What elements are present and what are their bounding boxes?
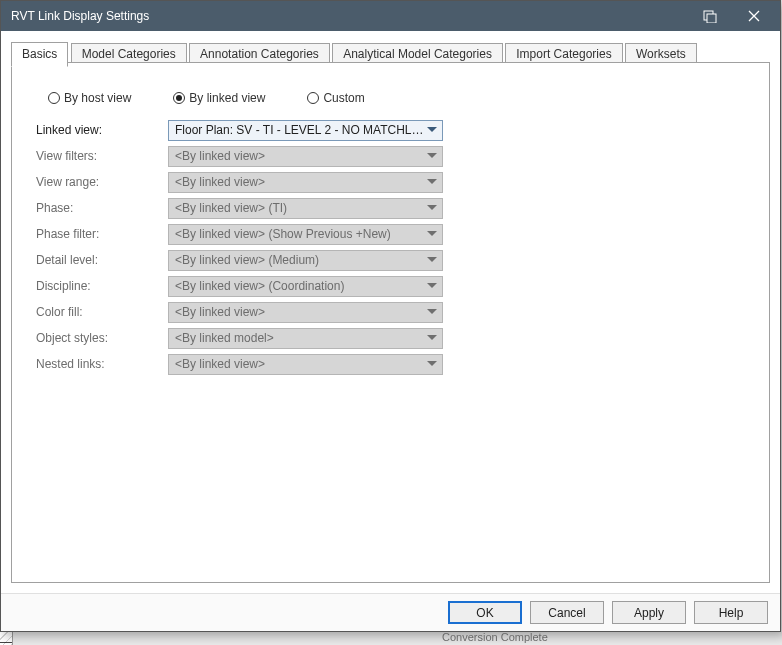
radio-custom[interactable]: Custom xyxy=(307,91,364,105)
dropdown-view-filters[interactable]: <By linked view> xyxy=(168,146,443,167)
row-view-range: View range: <By linked view> xyxy=(36,169,745,195)
dropdown-value: <By linked view> (Medium) xyxy=(175,253,424,267)
radio-icon xyxy=(173,92,185,104)
dropdown-value: <By linked view> xyxy=(175,305,424,319)
settings-form: Linked view: Floor Plan: SV - TI - LEVEL… xyxy=(36,117,745,377)
row-phase-filter: Phase filter: <By linked view> (Show Pre… xyxy=(36,221,745,247)
row-phase: Phase: <By linked view> (TI) xyxy=(36,195,745,221)
dropdown-value: Floor Plan: SV - TI - LEVEL 2 - NO MATCH… xyxy=(175,123,424,137)
tab-worksets[interactable]: Worksets xyxy=(625,43,697,65)
dropdown-value: <By linked view> (TI) xyxy=(175,201,424,215)
chevron-down-icon xyxy=(424,121,440,140)
row-view-filters: View filters: <By linked view> xyxy=(36,143,745,169)
dialog-buttons: OK Cancel Apply Help xyxy=(1,593,780,631)
radio-icon xyxy=(48,92,60,104)
svg-rect-1 xyxy=(707,14,716,23)
label-view-filters: View filters: xyxy=(36,149,168,163)
tabstrip: Basics Model Categories Annotation Categ… xyxy=(1,31,780,63)
row-detail-level: Detail level: <By linked view> (Medium) xyxy=(36,247,745,273)
tab-import-categories[interactable]: Import Categories xyxy=(505,43,622,65)
label-phase-filter: Phase filter: xyxy=(36,227,168,241)
ok-button[interactable]: OK xyxy=(448,601,522,624)
apply-button[interactable]: Apply xyxy=(612,601,686,624)
chevron-down-icon xyxy=(424,277,440,296)
label-color-fill: Color fill: xyxy=(36,305,168,319)
radio-icon xyxy=(307,92,319,104)
dropdown-value: <By linked model> xyxy=(175,331,424,345)
help-button[interactable]: Help xyxy=(694,601,768,624)
radio-by-linked-view[interactable]: By linked view xyxy=(173,91,265,105)
chevron-down-icon xyxy=(424,303,440,322)
chevron-down-icon xyxy=(424,329,440,348)
chevron-down-icon xyxy=(424,199,440,218)
label-view-range: View range: xyxy=(36,175,168,189)
radio-label: Custom xyxy=(323,91,364,105)
tab-annotation-categories[interactable]: Annotation Categories xyxy=(189,43,330,65)
dropdown-detail-level[interactable]: <By linked view> (Medium) xyxy=(168,250,443,271)
row-discipline: Discipline: <By linked view> (Coordinati… xyxy=(36,273,745,299)
label-linked-view: Linked view: xyxy=(36,123,168,137)
dropdown-color-fill[interactable]: <By linked view> xyxy=(168,302,443,323)
dialog: RVT Link Display Settings Basics Model C… xyxy=(0,0,781,632)
dropdown-value: <By linked view> (Coordination) xyxy=(175,279,424,293)
radio-label: By linked view xyxy=(189,91,265,105)
view-mode-radio-group: By host view By linked view Custom xyxy=(48,91,365,105)
dropdown-value: <By linked view> xyxy=(175,357,424,371)
background-status-text: Conversion Complete xyxy=(442,631,548,643)
row-object-styles: Object styles: <By linked model> xyxy=(36,325,745,351)
label-object-styles: Object styles: xyxy=(36,331,168,345)
label-phase: Phase: xyxy=(36,201,168,215)
dropdown-linked-view[interactable]: Floor Plan: SV - TI - LEVEL 2 - NO MATCH… xyxy=(168,120,443,141)
tab-model-categories[interactable]: Model Categories xyxy=(71,43,187,65)
tab-basics[interactable]: Basics xyxy=(11,42,68,67)
tab-analytical-model-categories[interactable]: Analytical Model Categories xyxy=(332,43,503,65)
label-nested-links: Nested links: xyxy=(36,357,168,371)
dropdown-object-styles[interactable]: <By linked model> xyxy=(168,328,443,349)
chevron-down-icon xyxy=(424,173,440,192)
chevron-down-icon xyxy=(424,355,440,374)
row-linked-view: Linked view: Floor Plan: SV - TI - LEVEL… xyxy=(36,117,745,143)
dropdown-value: <By linked view> xyxy=(175,175,424,189)
chevron-down-icon xyxy=(424,251,440,270)
label-detail-level: Detail level: xyxy=(36,253,168,267)
close-icon[interactable] xyxy=(732,1,776,31)
dropdown-phase[interactable]: <By linked view> (TI) xyxy=(168,198,443,219)
radio-label: By host view xyxy=(64,91,131,105)
radio-by-host-view[interactable]: By host view xyxy=(48,91,131,105)
dropdown-nested-links[interactable]: <By linked view> xyxy=(168,354,443,375)
dropdown-view-range[interactable]: <By linked view> xyxy=(168,172,443,193)
chevron-down-icon xyxy=(424,225,440,244)
tab-panel-basics: By host view By linked view Custom Linke… xyxy=(11,63,770,583)
chevron-down-icon xyxy=(424,147,440,166)
label-discipline: Discipline: xyxy=(36,279,168,293)
window-menu-icon[interactable] xyxy=(688,1,732,31)
row-color-fill: Color fill: <By linked view> xyxy=(36,299,745,325)
row-nested-links: Nested links: <By linked view> xyxy=(36,351,745,377)
dropdown-value: <By linked view> (Show Previous +New) xyxy=(175,227,424,241)
cancel-button[interactable]: Cancel xyxy=(530,601,604,624)
dropdown-phase-filter[interactable]: <By linked view> (Show Previous +New) xyxy=(168,224,443,245)
titlebar[interactable]: RVT Link Display Settings xyxy=(1,1,780,31)
dropdown-value: <By linked view> xyxy=(175,149,424,163)
window-title: RVT Link Display Settings xyxy=(11,9,688,23)
dropdown-discipline[interactable]: <By linked view> (Coordination) xyxy=(168,276,443,297)
